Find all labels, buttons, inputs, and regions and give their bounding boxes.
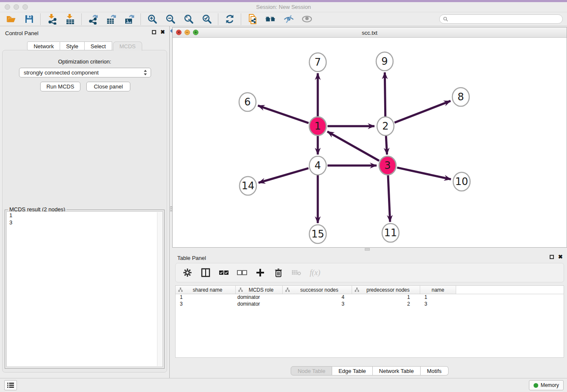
network-window-titlebar[interactable]: ✕ − + scc.txt: [173, 28, 567, 38]
import-table-button[interactable]: [64, 14, 76, 25]
table-cell[interactable]: 1: [352, 294, 420, 301]
tab-node-table[interactable]: Node Table: [291, 366, 332, 375]
dropdown-stepper-icon: [143, 69, 147, 76]
graph-edge-4-14[interactable]: [259, 168, 308, 182]
zoom-in-button[interactable]: [146, 14, 158, 25]
tab-mcds[interactable]: MCDS: [113, 41, 142, 51]
graph-node-2[interactable]: 2: [377, 117, 394, 135]
delete-table-button[interactable]: [292, 268, 302, 278]
vertical-split-divider[interactable]: [169, 26, 172, 378]
column-header-MCDS-role[interactable]: MCDS role: [236, 286, 283, 294]
tab-network-table[interactable]: Network Table: [373, 366, 421, 375]
table-cell[interactable]: 3: [176, 301, 236, 308]
create-column-button[interactable]: [255, 268, 265, 278]
export-table-button[interactable]: [105, 14, 117, 25]
table-cell[interactable]: 1: [420, 294, 456, 301]
select-all-columns-button[interactable]: [219, 268, 229, 278]
optimization-criterion-dropdown[interactable]: strongly connected component: [19, 68, 151, 77]
table-cell[interactable]: dominator: [236, 301, 283, 308]
copy-network-icon: [247, 14, 258, 25]
graph-edge-3-11[interactable]: [388, 175, 390, 222]
table-row[interactable]: 3dominator323: [176, 301, 564, 308]
network-canvas[interactable]: 7968124314101511: [173, 38, 567, 247]
show-button[interactable]: [301, 14, 313, 25]
graph-edge-3-1[interactable]: [328, 132, 379, 161]
column-header-name[interactable]: name: [420, 286, 456, 294]
import-network-button[interactable]: [46, 14, 58, 25]
tab-network[interactable]: Network: [27, 41, 60, 50]
tab-select[interactable]: Select: [85, 41, 112, 50]
graph-node-15[interactable]: 15: [309, 225, 326, 243]
hide-button[interactable]: [283, 14, 295, 25]
svg-text:15: 15: [311, 228, 325, 240]
table-panel-float-icon[interactable]: [550, 255, 554, 259]
table-cell[interactable]: 2: [352, 301, 420, 308]
control-panel-float-icon[interactable]: [152, 30, 156, 34]
zoom-selected-icon: [201, 14, 212, 25]
graph-edge-2-9[interactable]: [385, 72, 385, 116]
graph-edge-2-8[interactable]: [394, 101, 450, 122]
graph-node-4[interactable]: 4: [309, 156, 326, 175]
table-cell[interactable]: 3: [420, 301, 456, 308]
memory-status-icon: [534, 383, 538, 388]
export-image-button[interactable]: [124, 14, 135, 25]
divider-grip[interactable]: [365, 248, 370, 251]
graph-node-14[interactable]: 14: [239, 177, 256, 195]
search-field[interactable]: [439, 14, 563, 24]
graph-node-3[interactable]: 3: [379, 156, 396, 175]
run-mcds-button[interactable]: Run MCDS: [40, 82, 80, 91]
table-panel-close-icon[interactable]: ✖: [558, 255, 563, 259]
task-history-button[interactable]: [4, 380, 17, 390]
copy-network-button[interactable]: [247, 14, 258, 25]
mcds-result-textarea[interactable]: 13: [6, 211, 163, 367]
show-column-panel-button[interactable]: [201, 268, 211, 278]
result-scrollbar[interactable]: [157, 212, 162, 366]
function-builder-button[interactable]: f(x): [310, 268, 320, 278]
node-table[interactable]: shared nameMCDS rolesuccessor nodesprede…: [175, 285, 564, 358]
export-network-button[interactable]: [87, 14, 99, 25]
fit-content-button[interactable]: [183, 14, 194, 25]
graph-node-6[interactable]: 6: [239, 93, 256, 111]
graph-node-10[interactable]: 10: [453, 172, 470, 191]
svg-text:7: 7: [314, 56, 321, 68]
column-header-predecessor-nodes[interactable]: predecessor nodes: [352, 286, 420, 294]
search-input[interactable]: [450, 16, 559, 22]
svg-text:10: 10: [455, 176, 468, 188]
graph-edge-3-10[interactable]: [397, 168, 451, 179]
table-cell[interactable]: 1: [176, 294, 236, 301]
tab-style[interactable]: Style: [60, 41, 85, 50]
zoom-out-button[interactable]: [165, 14, 176, 25]
memory-button[interactable]: Memory: [529, 380, 564, 390]
column-header-shared-name[interactable]: shared name: [176, 286, 236, 294]
delete-column-button[interactable]: [273, 268, 284, 278]
zoom-selected-button[interactable]: [201, 14, 212, 25]
fit-content-icon: [183, 14, 194, 25]
graph-node-9[interactable]: 9: [376, 52, 393, 71]
graph-node-1[interactable]: 1: [309, 117, 326, 135]
close-panel-button[interactable]: Close panel: [86, 82, 130, 91]
table-cell[interactable]: 4: [283, 294, 352, 301]
table-settings-button[interactable]: [182, 268, 193, 278]
graph-node-7[interactable]: 7: [309, 53, 326, 72]
unselect-all-columns-button[interactable]: [237, 268, 247, 278]
column-header-successor-nodes[interactable]: successor nodes: [283, 286, 352, 294]
graph-node-11[interactable]: 11: [382, 224, 399, 242]
list-icon: [7, 382, 14, 389]
column-type-icon: [178, 287, 183, 292]
table-cell[interactable]: 3: [283, 301, 352, 308]
tab-edge-table[interactable]: Edge Table: [332, 366, 373, 375]
table-row[interactable]: 1dominator411: [176, 294, 564, 301]
graph-node-8[interactable]: 8: [452, 88, 469, 106]
tab-motifs[interactable]: Motifs: [421, 366, 449, 375]
status-bar: Memory: [0, 378, 567, 392]
open-session-button[interactable]: [5, 14, 17, 25]
save-session-button[interactable]: [23, 14, 35, 25]
column-header-label: predecessor nodes: [352, 287, 420, 293]
horizontal-split-divider[interactable]: [172, 248, 567, 251]
graph-edge-2-3[interactable]: [386, 136, 387, 155]
graph-edge-1-6[interactable]: [258, 105, 309, 123]
control-panel-close-icon[interactable]: ✖: [160, 30, 165, 34]
table-cell[interactable]: dominator: [236, 294, 283, 301]
refresh-button[interactable]: [224, 14, 235, 25]
home-button[interactable]: [265, 14, 276, 25]
